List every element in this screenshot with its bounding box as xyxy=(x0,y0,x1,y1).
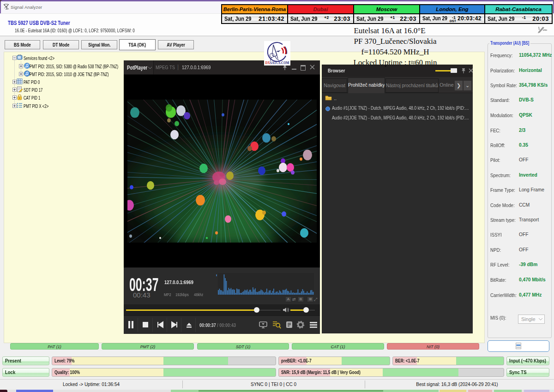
svg-text:DXSATCS.COM: DXSATCS.COM xyxy=(265,60,289,65)
